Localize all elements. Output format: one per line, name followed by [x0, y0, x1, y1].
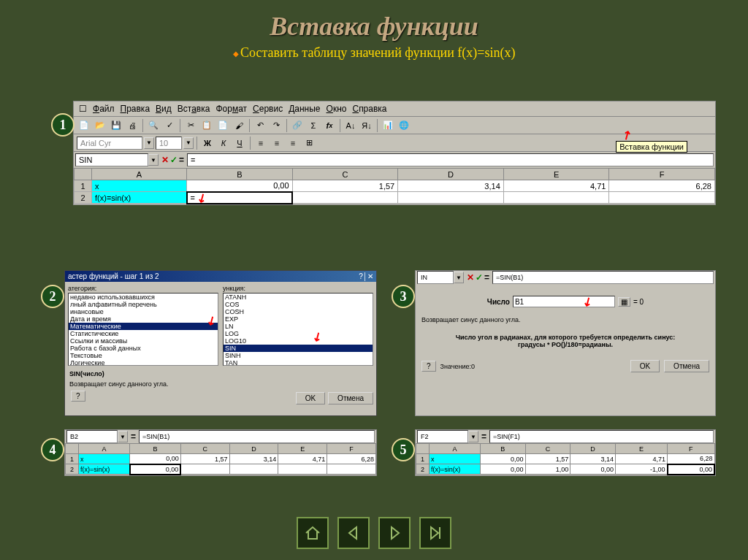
- paste-icon[interactable]: 📄: [215, 118, 230, 133]
- spreadsheet-grid[interactable]: A B C D E F 1 x 0,00 1,57 3,14 4,71 6,28…: [74, 168, 715, 204]
- menu-format[interactable]: Формат: [214, 103, 248, 115]
- cell-D1[interactable]: 3,14: [398, 180, 504, 192]
- menu-data[interactable]: Данные: [287, 103, 321, 115]
- sort-desc-icon[interactable]: Я↓: [359, 118, 374, 133]
- nav-prev-button[interactable]: [337, 517, 370, 549]
- dropdown-4-icon[interactable]: ▼: [118, 431, 128, 442]
- formula-input[interactable]: =: [187, 153, 714, 166]
- sheet-5[interactable]: ABCDEF 1x0,001,573,144,716,28 2f(x)=sin(…: [416, 443, 715, 475]
- nav-home-button[interactable]: [297, 517, 329, 549]
- function-item[interactable]: LOG10: [224, 337, 373, 345]
- italic-icon[interactable]: К: [216, 136, 231, 150]
- map-icon[interactable]: 🌐: [397, 118, 411, 133]
- new-icon[interactable]: 📄: [77, 118, 91, 133]
- function-item[interactable]: EXP: [224, 315, 373, 323]
- collapse-icon[interactable]: ▦: [618, 297, 630, 307]
- menubar[interactable]: ☐ Файл Правка Вид Вставка Формат Сервис …: [74, 101, 715, 117]
- menu-edit[interactable]: Правка: [119, 103, 152, 115]
- fontsize-dropdown-icon[interactable]: ▼: [183, 137, 194, 149]
- cell-D2[interactable]: [398, 192, 504, 204]
- category-item[interactable]: Математические: [69, 323, 218, 330]
- namebox-5[interactable]: F2: [417, 430, 468, 443]
- category-item[interactable]: лный алфавитный перечень: [69, 301, 218, 308]
- wizard-help-icon[interactable]: ?│✕: [359, 272, 373, 280]
- cell-B1[interactable]: 0,00: [187, 180, 293, 192]
- cell-E2[interactable]: [503, 192, 609, 204]
- category-item[interactable]: Работа с базой данных: [69, 345, 218, 352]
- help-button[interactable]: ?: [71, 391, 85, 402]
- name-box[interactable]: SIN: [75, 153, 148, 166]
- function-item[interactable]: LN: [224, 323, 373, 330]
- merge-icon[interactable]: ⊞: [302, 136, 316, 150]
- fontsize-selector[interactable]: 10: [156, 137, 182, 150]
- namebox-3[interactable]: IN: [417, 271, 454, 284]
- align-right-icon[interactable]: ≡: [286, 136, 300, 150]
- equals-icon[interactable]: =: [179, 155, 184, 165]
- font-dropdown-icon[interactable]: ▼: [144, 137, 154, 149]
- formula-4[interactable]: =SIN(B1): [139, 430, 375, 443]
- namebox-4[interactable]: B2: [66, 430, 118, 443]
- cell-F1[interactable]: 6,28: [609, 180, 715, 192]
- bold-icon[interactable]: Ж: [200, 136, 215, 150]
- format-painter-icon[interactable]: 🖌: [232, 118, 246, 133]
- namebox-dropdown-icon[interactable]: ▼: [148, 154, 159, 166]
- undo-icon[interactable]: ↶: [253, 118, 267, 133]
- function-item[interactable]: COSH: [224, 308, 373, 315]
- open-icon[interactable]: 📂: [93, 118, 107, 133]
- formula-5[interactable]: =SIN(F1): [489, 430, 714, 443]
- category-item[interactable]: Статистические: [69, 330, 218, 337]
- category-list[interactable]: недавно использовавшихсялный алфавитный …: [68, 293, 218, 366]
- cell-A1[interactable]: x: [92, 180, 187, 192]
- sum-icon[interactable]: Σ: [306, 118, 321, 133]
- fx-icon[interactable]: fx: [322, 118, 337, 133]
- save-icon[interactable]: 💾: [109, 118, 123, 133]
- font-selector[interactable]: Arial Cyr: [77, 137, 142, 150]
- ok-button[interactable]: OK: [296, 392, 325, 404]
- nav-last-button[interactable]: [419, 517, 451, 549]
- function-item[interactable]: COS: [224, 301, 373, 308]
- accept-formula-icon[interactable]: ✓: [170, 155, 178, 165]
- category-item[interactable]: Логические: [69, 359, 218, 366]
- print-icon[interactable]: 🖨: [125, 118, 140, 133]
- dropdown-5-icon[interactable]: ▼: [468, 431, 478, 442]
- accept-3-icon[interactable]: ✓: [476, 272, 483, 283]
- category-item[interactable]: недавно использовавшихся: [69, 294, 218, 301]
- cut-icon[interactable]: ✂: [183, 118, 198, 133]
- help-3-button[interactable]: ?: [421, 361, 436, 372]
- menu-file[interactable]: Файл: [91, 103, 116, 115]
- align-center-icon[interactable]: ≡: [270, 136, 284, 150]
- eq-3-icon[interactable]: =: [484, 272, 489, 283]
- redo-icon[interactable]: ↷: [269, 118, 283, 133]
- formula-3[interactable]: =SIN(B1): [492, 271, 714, 284]
- cell-A2[interactable]: f(x)=sin(x): [92, 192, 187, 204]
- menu-view[interactable]: Вид: [154, 103, 173, 115]
- function-list[interactable]: ATANHCOSCOSHEXPLNLOGLOG10SINSINHTANTANH: [223, 293, 373, 366]
- category-item[interactable]: Текстовые: [69, 352, 218, 359]
- function-item[interactable]: SINH: [224, 352, 373, 359]
- sheet-4[interactable]: ABCDEF 1x0,001,573,144,716,28 2f(x)=sin(…: [65, 443, 376, 475]
- cancel-3-button[interactable]: Отмена: [664, 360, 709, 372]
- dropdown-3-icon[interactable]: ▼: [454, 272, 464, 283]
- menu-insert[interactable]: Вставка: [176, 103, 212, 115]
- category-item[interactable]: инансовые: [69, 308, 218, 315]
- sort-asc-icon[interactable]: A↓: [343, 118, 358, 133]
- function-item[interactable]: SIN: [224, 345, 373, 352]
- function-item[interactable]: TAN: [224, 359, 373, 366]
- copy-icon[interactable]: 📋: [199, 118, 214, 133]
- cancel-button[interactable]: Отмена: [328, 392, 373, 404]
- preview-icon[interactable]: 🔍: [146, 118, 161, 133]
- category-item[interactable]: Дата и время: [69, 315, 218, 323]
- cell-F2[interactable]: [609, 192, 715, 204]
- chart-icon[interactable]: 📊: [381, 118, 395, 133]
- link-icon[interactable]: 🔗: [290, 118, 305, 133]
- cell-E1[interactable]: 4,71: [503, 180, 609, 192]
- ok-3-button[interactable]: OK: [630, 360, 660, 372]
- menu-window[interactable]: Окно: [325, 103, 348, 115]
- underline-icon[interactable]: Ч: [232, 136, 247, 150]
- cell-C2[interactable]: [292, 192, 398, 204]
- menu-tools[interactable]: Сервис: [251, 103, 284, 115]
- arg-input[interactable]: B1: [513, 296, 615, 307]
- cancel-formula-icon[interactable]: ✕: [161, 155, 169, 165]
- nav-next-button[interactable]: [378, 517, 411, 549]
- category-item[interactable]: Ссылки и массивы: [69, 337, 218, 345]
